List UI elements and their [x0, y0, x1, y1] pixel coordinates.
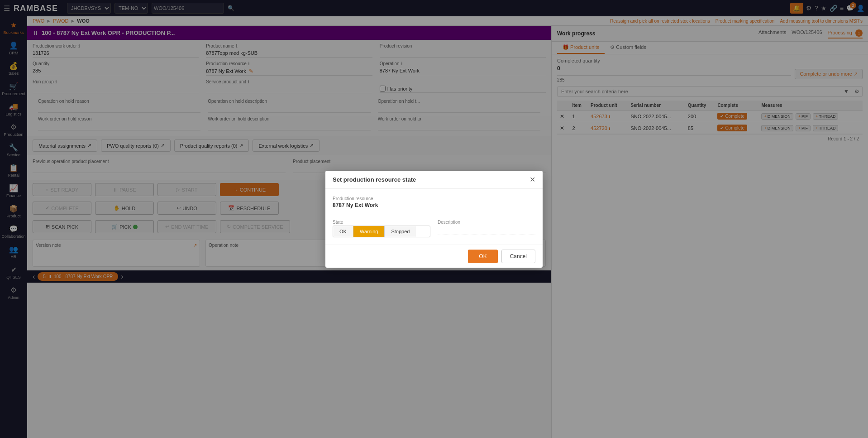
state-warning-btn[interactable]: Warning: [353, 226, 385, 237]
modal-ok-btn[interactable]: OK: [468, 250, 497, 263]
modal-resource-value: 8787 Ny Ext Work: [333, 202, 535, 208]
modal-desc-input[interactable]: [438, 226, 535, 235]
state-buttons: OK Warning Stopped: [333, 226, 430, 237]
modal-title: Set production resource state: [333, 176, 416, 183]
modal-desc-label: Description: [438, 220, 535, 225]
state-stopped-btn[interactable]: Stopped: [384, 226, 416, 237]
modal-resource-label: Production resource: [333, 196, 535, 201]
modal-set-production-state: Set production resource state ✕ Producti…: [325, 171, 543, 268]
modal-body: Production resource 8787 Ny Ext Work Sta…: [325, 189, 543, 245]
modal-desc-group: Description: [438, 220, 535, 235]
modal-cancel-btn[interactable]: Cancel: [501, 250, 535, 263]
modal-divider: [333, 214, 535, 214]
modal-state-group: State OK Warning Stopped: [333, 220, 430, 237]
modal-state-label: State: [333, 220, 430, 225]
modal-overlay[interactable]: Set production resource state ✕ Producti…: [0, 0, 868, 438]
modal-state-desc-row: State OK Warning Stopped Description: [333, 220, 535, 237]
modal-close-btn[interactable]: ✕: [529, 175, 535, 184]
modal-footer: OK Cancel: [325, 245, 543, 268]
state-ok-btn[interactable]: OK: [333, 226, 353, 237]
modal-header: Set production resource state ✕: [325, 171, 543, 189]
